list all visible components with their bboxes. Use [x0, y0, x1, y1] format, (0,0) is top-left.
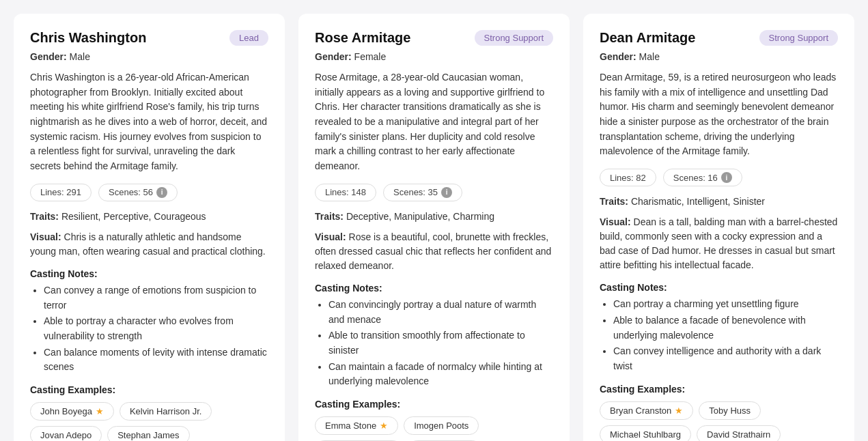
traits-label: Traits: — [600, 196, 628, 207]
traits-value: Resilient, Perceptive, Courageous — [61, 211, 206, 222]
gender-label: Gender: — [600, 51, 636, 62]
lines-label: Lines: 148 — [325, 187, 366, 197]
character-name: Dean Armitage — [600, 30, 695, 46]
casting-example-badge[interactable]: Jovan Adepo — [30, 426, 102, 441]
lines-label: Lines: 291 — [40, 187, 81, 197]
casting-example-badge[interactable]: Imogen Poots — [404, 416, 479, 435]
casting-examples-list: Bryan Cranston ★ Toby Huss Michael Stuhl… — [600, 401, 838, 441]
lines-stat: Lines: 82 — [600, 169, 656, 186]
casting-note-item: Can balance moments of levity with inten… — [44, 345, 268, 375]
visual-value: Rose is a beautiful, cool, brunette with… — [315, 231, 551, 271]
info-icon[interactable]: i — [721, 172, 732, 183]
casting-notes-section: Casting Notes: Can convey a range of emo… — [30, 268, 268, 375]
casting-example-badge[interactable]: Stephan James — [107, 426, 189, 441]
gender-line: Gender: Male — [600, 51, 838, 62]
example-name: Jovan Adepo — [40, 430, 92, 440]
character-card-chris-washington: Chris Washington Lead Gender: Male Chris… — [14, 14, 285, 441]
casting-examples-title: Casting Examples: — [30, 384, 268, 395]
character-description: Chris Washington is a 26-year-old Africa… — [30, 70, 268, 174]
casting-example-badge[interactable]: Kelvin Harrison Jr. — [120, 402, 212, 421]
traits-line: Traits: Resilient, Perceptive, Courageou… — [30, 211, 268, 222]
example-name: Imogen Poots — [414, 421, 468, 431]
visual-line: Visual: Chris is a naturally athletic an… — [30, 230, 268, 259]
casting-note-item: Able to portray a character who evolves … — [44, 314, 268, 343]
star-icon: ★ — [675, 406, 683, 416]
visual-value: Chris is a naturally athletic and handso… — [30, 231, 266, 257]
gender-value: Male — [70, 51, 90, 62]
role-badge: Lead — [229, 30, 268, 46]
casting-notes-section: Casting Notes: Can portray a charming ye… — [600, 282, 838, 373]
star-icon: ★ — [96, 406, 104, 416]
casting-notes-section: Casting Notes: Can convincingly portray … — [315, 283, 553, 389]
casting-example-badge[interactable]: Toby Huss — [699, 401, 761, 420]
casting-example-badge[interactable]: John Boyega ★ — [30, 402, 114, 421]
scenes-label: Scenes: 16 — [673, 173, 718, 183]
casting-notes-title: Casting Notes: — [315, 283, 553, 294]
example-name: Kelvin Harrison Jr. — [130, 406, 201, 416]
casting-examples-list: John Boyega ★ Kelvin Harrison Jr. Jovan … — [30, 402, 268, 441]
casting-notes-list: Can portray a charming yet unsettling fi… — [600, 297, 838, 373]
lines-stat: Lines: 148 — [315, 184, 376, 201]
card-header: Chris Washington Lead — [30, 30, 268, 46]
casting-note-item: Can maintain a facade of normalcy while … — [328, 360, 553, 389]
stats-row: Lines: 82 Scenes: 16 i — [600, 169, 838, 186]
character-description: Rose Armitage, a 28-year-old Caucasian w… — [315, 70, 553, 174]
casting-note-item: Able to transition smoothly from affecti… — [328, 328, 553, 358]
gender-label: Gender: — [30, 51, 67, 62]
casting-example-badge[interactable]: Bryan Cranston ★ — [600, 401, 693, 420]
casting-example-badge[interactable]: David Strathairn — [697, 425, 781, 441]
character-name: Rose Armitage — [315, 30, 410, 46]
casting-examples-list: Emma Stone ★ Imogen Poots Mackenzie Davi… — [315, 416, 553, 441]
gender-value: Female — [354, 51, 387, 62]
cards-container: Chris Washington Lead Gender: Male Chris… — [14, 14, 854, 441]
scenes-stat: Scenes: 16 i — [663, 169, 742, 186]
casting-note-item: Can portray a charming yet unsettling fi… — [613, 297, 838, 312]
example-name: Michael Stuhlbarg — [610, 429, 681, 440]
casting-example-badge[interactable]: Emma Stone ★ — [315, 416, 398, 435]
visual-value: Dean is a tall, balding man with a barre… — [600, 216, 837, 270]
visual-line: Visual: Rose is a beautiful, cool, brune… — [315, 230, 553, 273]
gender-line: Gender: Female — [315, 51, 553, 62]
visual-label: Visual: — [30, 231, 61, 242]
gender-line: Gender: Male — [30, 51, 268, 62]
visual-label: Visual: — [600, 216, 631, 227]
character-description: Dean Armitage, 59, is a retired neurosur… — [600, 70, 838, 159]
scenes-stat: Scenes: 56 i — [98, 184, 178, 201]
casting-example-badge[interactable]: Michael Stuhlbarg — [600, 425, 691, 441]
star-icon: ★ — [380, 421, 388, 431]
traits-value: Deceptive, Manipulative, Charming — [346, 211, 494, 222]
casting-examples-section: Casting Examples: Emma Stone ★ Imogen Po… — [315, 399, 553, 441]
role-badge: Strong Support — [475, 30, 553, 46]
lines-stat: Lines: 291 — [30, 184, 92, 201]
casting-examples-title: Casting Examples: — [600, 384, 838, 395]
casting-notes-list: Can convincingly portray a dual nature o… — [315, 298, 553, 389]
casting-notes-title: Casting Notes: — [30, 268, 268, 279]
casting-notes-title: Casting Notes: — [600, 282, 838, 293]
card-header: Dean Armitage Strong Support — [600, 30, 838, 46]
example-name: David Strathairn — [707, 429, 770, 440]
info-icon[interactable]: i — [441, 187, 452, 198]
casting-note-item: Can convincingly portray a dual nature o… — [328, 298, 553, 327]
example-name: Stephan James — [117, 430, 179, 440]
casting-note-item: Can convey intelligence and authority wi… — [613, 344, 838, 373]
example-name: Emma Stone — [325, 421, 376, 431]
traits-line: Traits: Charismatic, Intelligent, Sinist… — [600, 196, 838, 207]
info-icon[interactable]: i — [156, 187, 167, 198]
scenes-label: Scenes: 35 — [393, 187, 438, 197]
character-name: Chris Washington — [30, 30, 146, 46]
visual-line: Visual: Dean is a tall, balding man with… — [600, 215, 838, 272]
casting-examples-title: Casting Examples: — [315, 399, 553, 410]
stats-row: Lines: 291 Scenes: 56 i — [30, 184, 268, 201]
stats-row: Lines: 148 Scenes: 35 i — [315, 184, 553, 201]
traits-label: Traits: — [315, 211, 344, 222]
casting-note-item: Can convey a range of emotions from susp… — [44, 283, 268, 313]
traits-line: Traits: Deceptive, Manipulative, Charmin… — [315, 211, 553, 222]
casting-examples-section: Casting Examples: Bryan Cranston ★ Toby … — [600, 384, 838, 441]
example-name: Bryan Cranston — [610, 406, 671, 416]
traits-value: Charismatic, Intelligent, Sinister — [631, 196, 765, 207]
scenes-stat: Scenes: 35 i — [383, 184, 462, 201]
character-card-dean-armitage: Dean Armitage Strong Support Gender: Mal… — [583, 14, 854, 441]
casting-examples-section: Casting Examples: John Boyega ★ Kelvin H… — [30, 384, 268, 441]
gender-label: Gender: — [315, 51, 352, 62]
traits-label: Traits: — [30, 211, 59, 222]
